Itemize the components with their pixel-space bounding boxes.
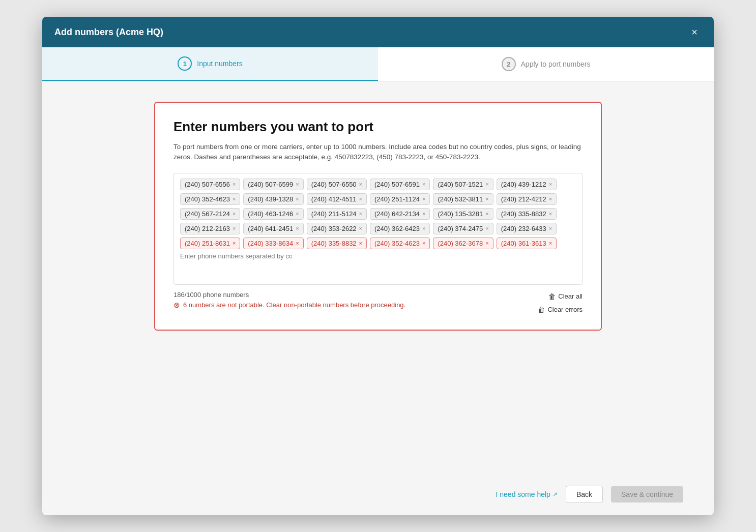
bottom-row: 186/1000 phone numbers ⊗ 6 numbers are n… [173,291,583,315]
tag-remove[interactable]: × [232,241,236,246]
tag-remove[interactable]: × [422,182,425,187]
tag-remove[interactable]: × [296,196,299,202]
clear-errors-button[interactable]: 🗑 Clear errors [538,304,583,315]
modal-container: Add numbers (Acme HQ) × 1 Input numbers … [42,17,714,515]
step-1-label: Input numbers [197,60,243,68]
clear-buttons: 🗑 Clear all 🗑 Clear errors [538,291,583,315]
tag-remove[interactable]: × [359,182,362,187]
count-text: 186/1000 phone numbers [173,291,405,299]
tag: (240) 333-8634 × [243,238,303,249]
card-description: To port numbers from one or more carrier… [173,142,583,163]
external-link-icon: ↗ [553,491,558,498]
tag-remove[interactable]: × [296,211,299,217]
tag: (240) 212-2163 × [180,223,240,234]
tag-remove[interactable]: × [485,196,488,202]
tag-remove[interactable]: × [232,182,236,187]
tag-remove[interactable]: × [359,226,362,231]
tag: (240) 507-6550 × [307,179,367,190]
tag-remove[interactable]: × [485,211,488,217]
trash-errors-icon: 🗑 [538,306,545,314]
content-card: Enter numbers you want to port To port n… [154,102,602,331]
tag: (240) 641-2451 × [243,223,303,234]
tags-container[interactable]: (240) 507-6556 ×(240) 507-6599 ×(240) 50… [173,173,583,285]
tag: (240) 335-8832 × [307,238,367,249]
tag: (240) 439-1212 × [497,179,557,190]
back-button[interactable]: Back [566,486,603,503]
card-title: Enter numbers you want to port [173,119,583,135]
trash-icon: 🗑 [548,292,556,301]
save-continue-button[interactable]: Save & continue [611,486,683,503]
tag: (240) 251-8631 × [180,238,240,249]
tag: (240) 211-5124 × [307,208,367,220]
tag-remove[interactable]: × [422,226,425,231]
step-2-label: Apply to port numbers [521,60,591,68]
tag: (240) 507-6556 × [180,179,240,190]
tag: (240) 567-2124 × [180,208,240,220]
tag-remove[interactable]: × [549,182,552,187]
error-text: 6 numbers are not portable. Clear non-po… [183,301,405,309]
tag: (240) 361-3613 × [497,238,557,249]
phone-number-input[interactable] [180,252,292,260]
step-2-circle: 2 [502,57,516,71]
tag: (240) 335-8832 × [497,208,557,220]
tag-remove[interactable]: × [549,196,552,202]
tag-remove[interactable]: × [296,226,299,231]
footer: I need some help ↗ Back Save & continue [42,474,714,515]
tag-remove[interactable]: × [422,211,425,217]
tag: (240) 507-6599 × [243,179,303,190]
modal-body: Enter numbers you want to port To port n… [42,81,714,474]
step-1[interactable]: 1 Input numbers [42,47,378,81]
help-link[interactable]: I need some help ↗ [496,490,558,498]
clear-all-label: Clear all [558,292,583,300]
status-area: 186/1000 phone numbers ⊗ 6 numbers are n… [173,291,405,310]
tag-remove[interactable]: × [232,196,236,202]
modal-header: Add numbers (Acme HQ) × [42,17,714,47]
stepper-bar: 1 Input numbers 2 Apply to port numbers [42,47,714,81]
tag: (240) 232-6433 × [497,223,557,234]
tag: (240) 463-1246 × [243,208,303,220]
tag: (240) 251-1124 × [370,193,430,205]
tag: (240) 362-3678 × [433,238,493,249]
step-2[interactable]: 2 Apply to port numbers [378,47,714,81]
help-label: I need some help [496,490,550,498]
tag-remove[interactable]: × [359,196,362,202]
tag-remove[interactable]: × [549,241,552,246]
tag: (240) 135-3281 × [433,208,493,220]
error-message: ⊗ 6 numbers are not portable. Clear non-… [173,301,405,310]
tag-remove[interactable]: × [485,182,488,187]
tag: (240) 507-6591 × [370,179,430,190]
tag-remove[interactable]: × [422,241,425,246]
tag-remove[interactable]: × [296,182,299,187]
tag-remove[interactable]: × [296,241,299,246]
tag: (240) 362-6423 × [370,223,430,234]
tag: (240) 642-2134 × [370,208,430,220]
modal-title: Add numbers (Acme HQ) [54,27,163,38]
tag-remove[interactable]: × [485,226,488,231]
error-icon: ⊗ [173,301,180,310]
tag-remove[interactable]: × [422,196,425,202]
tag: (240) 374-2475 × [433,223,493,234]
tag: (240) 352-4623 × [370,238,430,249]
tag-remove[interactable]: × [359,241,362,246]
tag-remove[interactable]: × [549,211,552,217]
clear-all-button[interactable]: 🗑 Clear all [548,291,583,302]
step-1-circle: 1 [178,56,192,71]
tag: (240) 353-2622 × [307,223,367,234]
tag: (240) 532-3811 × [433,193,493,205]
tag-remove[interactable]: × [485,241,488,246]
tag-remove[interactable]: × [359,211,362,217]
clear-errors-label: Clear errors [547,306,583,313]
tag-remove[interactable]: × [549,226,552,231]
tag: (240) 439-1328 × [243,193,303,205]
tag-remove[interactable]: × [232,211,236,217]
tag: (240) 212-4212 × [497,193,557,205]
tag: (240) 412-4511 × [307,193,367,205]
tag: (240) 507-1521 × [433,179,493,190]
tag-remove[interactable]: × [232,226,236,231]
close-button[interactable]: × [687,25,702,39]
tag: (240) 352-4623 × [180,193,240,205]
